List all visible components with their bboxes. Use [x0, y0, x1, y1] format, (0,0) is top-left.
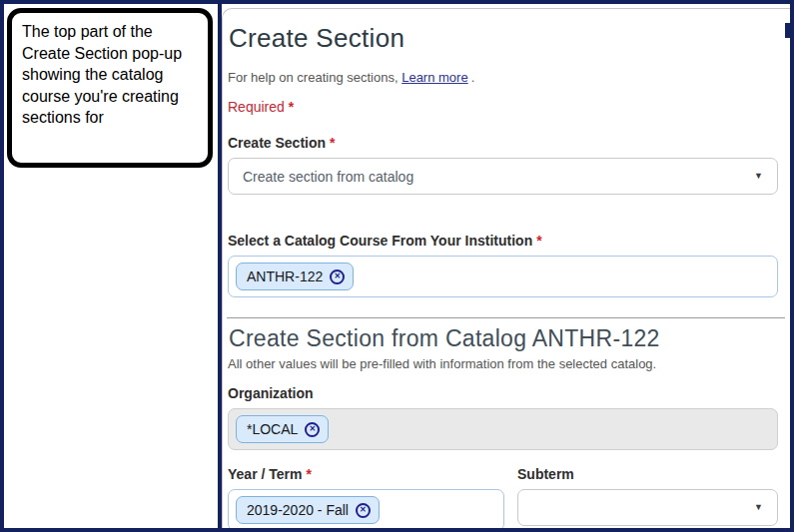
learn-more-link[interactable]: Learn more [401, 70, 467, 85]
remove-chip-icon[interactable]: ✕ [330, 269, 345, 284]
catalog-course-chip: ANTHR-122 ✕ [236, 263, 354, 290]
organization-label: Organization [228, 385, 778, 401]
required-asterisk-icon: * [289, 99, 294, 115]
form-pane: Create Section For help on creating sect… [222, 4, 790, 528]
scrollbar-thumb[interactable] [785, 23, 790, 38]
year-term-chip: 2019-2020 - Fall ✕ [236, 496, 380, 524]
chevron-down-icon: ▼ [754, 172, 763, 181]
chevron-down-icon: ▼ [754, 503, 763, 512]
annotation-pane: The top part of the Create Section pop-u… [4, 4, 218, 528]
year-term-column: Year / Term* 2019-2020 - Fall ✕ [228, 466, 504, 531]
year-term-input[interactable]: 2019-2020 - Fall ✕ [228, 489, 504, 531]
remove-chip-icon[interactable]: ✕ [305, 422, 320, 437]
help-suffix: . [471, 70, 475, 85]
create-section-popup: The top part of the Create Section pop-u… [0, 0, 794, 532]
organization-chip: *LOCAL ✕ [236, 415, 329, 443]
create-section-selected-value: Create section from catalog [243, 169, 413, 185]
organization-input: *LOCAL ✕ [228, 408, 778, 450]
subterm-select[interactable]: ▼ [517, 489, 778, 526]
help-prefix: For help on creating sections, [228, 70, 398, 85]
chip-label: ANTHR-122 [247, 268, 323, 284]
chip-label: *LOCAL [247, 421, 298, 437]
catalog-course-label: Select a Catalog Course From Your Instit… [228, 233, 778, 249]
help-text: For help on creating sections, Learn mor… [228, 70, 778, 85]
section-divider [227, 317, 785, 318]
subterm-column: Subterm ▼ [517, 466, 778, 531]
remove-chip-icon[interactable]: ✕ [356, 503, 371, 518]
annotation-callout: The top part of the Create Section pop-u… [7, 8, 213, 168]
subterm-label: Subterm [517, 466, 778, 482]
required-asterisk-icon: * [306, 466, 311, 482]
required-label: Required [228, 99, 285, 115]
create-section-label: Create Section* [228, 135, 778, 151]
required-asterisk-icon: * [330, 135, 335, 151]
year-term-label: Year / Term* [228, 466, 504, 482]
page-title: Create Section [229, 23, 778, 54]
create-section-select[interactable]: Create section from catalog ▼ [228, 158, 778, 195]
catalog-section-subtext: All other values will be pre-filled with… [228, 356, 778, 371]
term-row: Year / Term* 2019-2020 - Fall ✕ Subterm … [228, 466, 778, 531]
required-asterisk-icon: * [536, 233, 541, 249]
catalog-course-input[interactable]: ANTHR-122 ✕ [228, 256, 778, 297]
required-note: Required* [228, 99, 778, 115]
catalog-section-heading: Create Section from Catalog ANTHR-122 [229, 325, 778, 352]
chip-label: 2019-2020 - Fall [247, 502, 349, 518]
form-panel: Create Section For help on creating sect… [222, 8, 790, 528]
annotation-text: The top part of the Create Section pop-u… [22, 23, 182, 126]
